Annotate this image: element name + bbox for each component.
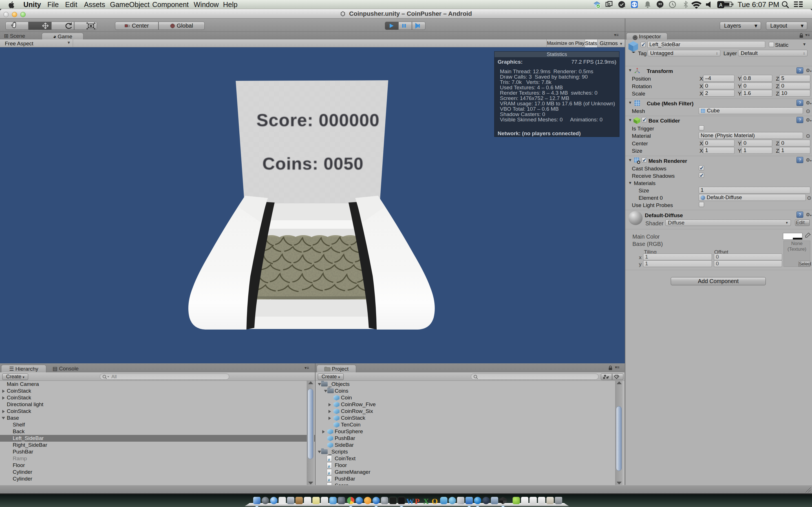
svg-text:Coins: 0050: Coins: 0050 [262, 154, 363, 173]
svg-text:Score: 000000: Score: 000000 [257, 110, 380, 130]
